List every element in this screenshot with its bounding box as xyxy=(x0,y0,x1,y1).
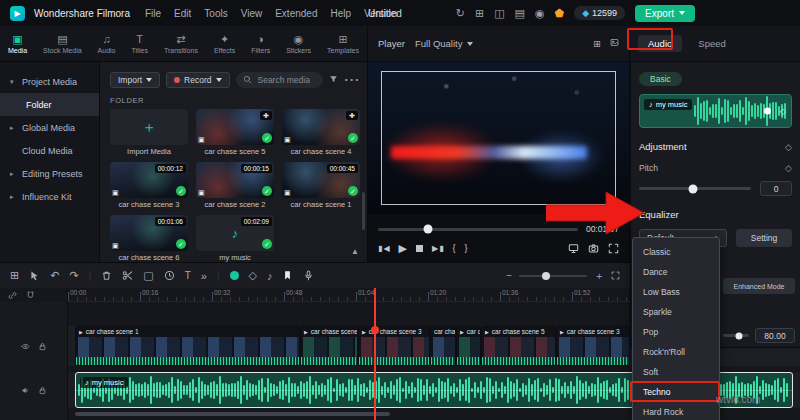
text-tool-icon[interactable]: T xyxy=(185,270,191,281)
enhanced-mode-button[interactable]: Enhanced Mode xyxy=(723,278,795,294)
tab-speed-properties[interactable]: Speed xyxy=(688,35,735,52)
gem-icon[interactable]: ⬟ xyxy=(555,7,565,20)
snapshot-view-icon[interactable] xyxy=(610,38,619,49)
mark-in-button[interactable]: { xyxy=(453,244,456,253)
keyframe-icon[interactable]: ◇ xyxy=(249,269,257,282)
menu-extended[interactable]: Extended xyxy=(275,8,317,19)
mark-out-button[interactable]: } xyxy=(465,244,468,253)
timeline-video-clip[interactable]: ▶car chase scene 3 xyxy=(556,326,630,366)
previous-frame-button[interactable]: ▮◀ xyxy=(378,244,390,253)
fullscreen-icon[interactable] xyxy=(608,243,619,254)
equalizer-option-pop[interactable]: Pop xyxy=(633,322,719,342)
sidebar-item-project-media[interactable]: ▾Project Media xyxy=(0,70,99,93)
fit-timeline-icon[interactable] xyxy=(611,271,620,280)
split-view-icon[interactable]: ⊞ xyxy=(593,38,601,49)
voiceover-mic-icon[interactable] xyxy=(303,270,314,281)
zoom-in-icon[interactable]: ＋ xyxy=(594,269,604,283)
menu-file[interactable]: File xyxy=(145,8,161,19)
more-tools-icon[interactable]: » xyxy=(201,270,207,282)
tab-stock-media[interactable]: ▤Stock Media xyxy=(43,34,82,54)
play-button[interactable]: ▶ xyxy=(399,243,407,254)
sidebar-item-global-media[interactable]: ▸Global Media xyxy=(0,116,99,139)
timeline-video-clip[interactable]: ▶car chase scene 2 xyxy=(456,326,481,366)
pointer-tool-icon[interactable] xyxy=(29,270,40,281)
tab-templates[interactable]: ⊞Templates xyxy=(327,34,359,54)
marker-icon[interactable] xyxy=(282,270,293,281)
slider-handle[interactable] xyxy=(735,332,742,339)
speaker-icon[interactable] xyxy=(21,386,30,395)
render-icon[interactable]: ♪ xyxy=(267,270,273,282)
sidebar-item-editing-presets[interactable]: ▸Editing Presets xyxy=(0,162,99,185)
equalizer-option-dance[interactable]: Dance xyxy=(633,262,719,282)
timeline-video-clip[interactable]: ▶car chase scene 4 xyxy=(300,326,358,366)
sidebar-item-cloud-media[interactable]: Cloud Media xyxy=(0,139,99,162)
zoom-out-icon[interactable]: − xyxy=(506,270,512,281)
media-item[interactable]: 00:01:06▣✓ car chase scene 6 xyxy=(110,215,188,262)
layout-icon[interactable]: ⊞ xyxy=(475,8,484,19)
account-icon[interactable]: ◉ xyxy=(535,8,545,19)
record-button[interactable]: Record xyxy=(166,72,229,88)
equalizer-option-classic[interactable]: Classic xyxy=(633,242,719,262)
tab-media[interactable]: ▣Media xyxy=(8,34,27,54)
more-options-icon[interactable]: ⋯ xyxy=(344,70,360,89)
zoom-handle[interactable] xyxy=(542,272,550,280)
pitch-value-field[interactable]: 0 xyxy=(760,181,792,196)
lock-icon[interactable] xyxy=(38,342,47,351)
dual-screen-icon[interactable]: ◫ xyxy=(494,8,504,19)
track-manage-icon[interactable]: ⊞ xyxy=(10,269,19,282)
mirror-screen-icon[interactable] xyxy=(568,243,579,254)
import-button[interactable]: Import xyxy=(110,72,160,88)
equalizer-option-sparkle[interactable]: Sparkle xyxy=(633,302,719,322)
equalizer-option-low-bass[interactable]: Low Bass xyxy=(633,282,719,302)
equalizer-option-soft[interactable]: Soft xyxy=(633,362,719,382)
timeline-video-clip[interactable]: ▶car chase scene 5 xyxy=(481,326,556,366)
crop-icon[interactable]: ▢ xyxy=(143,269,153,282)
media-item[interactable]: 00:00:12▣✓ car chase scene 3 xyxy=(110,162,188,209)
link-icon[interactable] xyxy=(8,291,17,300)
redo-icon[interactable]: ↷ xyxy=(69,269,78,282)
export-button[interactable]: Export xyxy=(635,5,695,22)
media-item[interactable]: ✚▣✓ car chase scene 4 xyxy=(282,109,360,156)
pitch-slider[interactable] xyxy=(639,187,751,190)
timeline-video-clip[interactable]: ▶car chase scene 1 xyxy=(75,326,300,366)
next-frame-button[interactable]: ▶▮ xyxy=(432,244,444,253)
media-scrollbar[interactable] xyxy=(362,192,365,230)
basic-subtab[interactable]: Basic xyxy=(639,72,682,86)
sidebar-item-folder[interactable]: Folder xyxy=(0,93,99,116)
timeline-video-clip[interactable]: car chase scene 6 xyxy=(430,326,456,366)
stop-button[interactable] xyxy=(416,245,423,252)
selected-audio-clip[interactable]: ♪my music ◇ xyxy=(639,94,792,128)
tab-transitions[interactable]: ⇄Transitions xyxy=(164,34,198,54)
playhead[interactable] xyxy=(374,288,376,420)
tab-titles[interactable]: TTitles xyxy=(131,34,147,54)
tab-filters[interactable]: ◑Filters xyxy=(251,34,270,54)
sync-icon[interactable]: ↻ xyxy=(456,8,465,19)
menu-tools[interactable]: Tools xyxy=(204,8,227,19)
denoise-slider[interactable] xyxy=(723,334,749,337)
media-item[interactable]: ✚▣✓ car chase scene 5 xyxy=(196,109,274,156)
keyframe-icon[interactable]: ◇ xyxy=(780,107,786,116)
eye-icon[interactable] xyxy=(21,342,30,351)
tab-effects[interactable]: ✦Effects xyxy=(214,34,235,54)
volume-keyframe-handle[interactable] xyxy=(764,108,771,115)
menu-view[interactable]: View xyxy=(241,8,263,19)
search-media-box[interactable] xyxy=(236,72,323,88)
equalizer-setting-button[interactable]: Setting xyxy=(736,229,792,247)
delete-icon[interactable] xyxy=(101,270,112,281)
media-item[interactable]: 00:00:45▣✓ car chase scene 1 xyxy=(282,162,360,209)
credits-badge[interactable]: ◆ 12599 xyxy=(574,6,625,20)
scroll-top-icon[interactable]: ▲ xyxy=(351,247,359,256)
equalizer-option-hard-rock[interactable]: Hard Rock xyxy=(633,402,719,420)
magnet-icon[interactable] xyxy=(26,291,35,300)
filter-icon[interactable] xyxy=(329,75,338,84)
lock-icon[interactable] xyxy=(38,386,47,395)
timeline-zoom-slider[interactable] xyxy=(519,275,587,277)
screen-record-icon[interactable]: ▤ xyxy=(515,8,525,19)
undo-icon[interactable]: ↶ xyxy=(50,269,59,282)
timeline-scrollbar[interactable] xyxy=(75,412,390,416)
transform-frame[interactable] xyxy=(381,71,616,205)
tab-stickers[interactable]: ◉Stickers xyxy=(286,34,311,54)
keyframe-icon[interactable]: ◇ xyxy=(785,142,792,152)
add-badge-icon[interactable]: ✚ xyxy=(346,111,358,120)
search-input[interactable] xyxy=(256,74,316,86)
